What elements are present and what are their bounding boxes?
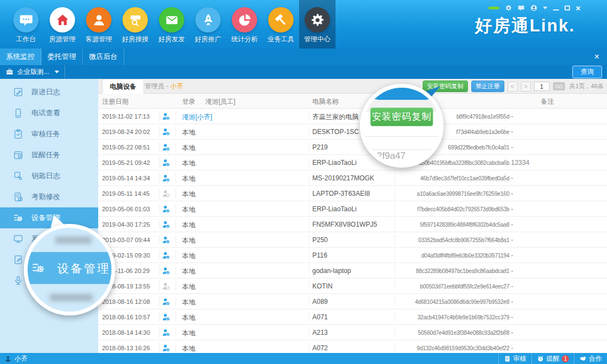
table-row[interactable]: 2019-05-21 09:42本地ERP-LiaoTaoLia50b40195… bbox=[98, 155, 607, 170]
settings-icon[interactable] bbox=[505, 4, 512, 12]
table-row[interactable]: 2019-03-07 09:44本地P25003352bad54cfc8b906… bbox=[98, 232, 607, 248]
sidebar-item-提醒任务[interactable]: 提醒任务 bbox=[0, 144, 98, 165]
tab-computer-devices[interactable]: 电脑设备 bbox=[102, 79, 144, 94]
forbid-register-button[interactable]: 禁止注册 bbox=[471, 81, 504, 92]
page-summary: 共1页，46条 bbox=[569, 82, 604, 90]
cell-computer-name: A071 bbox=[312, 313, 328, 321]
cell-roam: 本地 bbox=[182, 344, 195, 353]
column-separator bbox=[505, 297, 505, 306]
table-row[interactable]: 2018-08-16 12:08本地A0894d68104215a0086d6d… bbox=[98, 294, 607, 309]
nav-item-好房推广[interactable]: 好房推广 bbox=[190, 0, 226, 49]
module-tab-系统监控[interactable]: 系统监控 bbox=[0, 49, 41, 65]
col-remark: 备注 bbox=[541, 97, 554, 106]
column-separator bbox=[505, 250, 505, 260]
table-row[interactable]: 2019-11-02 17:13漫游[小齐]齐蕊兰家的电脑b8f9c47918e… bbox=[98, 109, 607, 124]
column-separator bbox=[159, 343, 159, 352]
sidebar-item-跟进日志[interactable]: 跟进日志 bbox=[0, 82, 98, 103]
org-bar: 企业版测... 查询 bbox=[0, 65, 607, 79]
user-icon bbox=[4, 355, 12, 362]
key-icon bbox=[13, 170, 24, 181]
table-row[interactable]: 2019-05-06 01:03本地ERP-LiaoTaoLif7bdecc40… bbox=[98, 201, 607, 217]
module-tab-微店后台[interactable]: 微店后台 bbox=[83, 49, 124, 65]
login-ok-icon bbox=[162, 251, 171, 261]
table-row[interactable]: 2018-08-13 16:26本地A0729d132c46d98159d953… bbox=[98, 340, 607, 353]
avatar-icon[interactable] bbox=[530, 4, 537, 12]
column-separator bbox=[395, 343, 395, 352]
page-input[interactable] bbox=[534, 82, 550, 91]
sidebar-item-电话查看[interactable]: 电话查看 bbox=[0, 103, 98, 124]
status-indicator-icon[interactable] bbox=[488, 7, 499, 9]
toolbar-magnifier: 安装密码复制 2f9a47 bbox=[360, 84, 444, 168]
nav-item-客源管理[interactable]: 客源管理 bbox=[81, 0, 117, 49]
sidebar-item-label: 提醒任务 bbox=[31, 150, 60, 160]
nav-item-好房搜搜[interactable]: 好房搜搜 bbox=[117, 0, 153, 49]
sidebar-item-设备管理[interactable]: 设备管理 bbox=[0, 207, 98, 228]
nav-item-工作台[interactable]: 工作台 bbox=[8, 0, 44, 49]
statusbar-item-审核[interactable]: 审核 bbox=[498, 353, 531, 364]
column-separator bbox=[395, 266, 395, 275]
column-separator bbox=[159, 173, 159, 183]
org-dropdown[interactable]: 企业版测... bbox=[0, 65, 65, 79]
table-row[interactable]: 2019-04-30 17:25本地FN5MFX8V8O1WPJ55f59714… bbox=[98, 217, 607, 232]
cell-machine-code: b00503d71eebbfdf55fc2e9e614eec27 bbox=[399, 283, 509, 290]
table-row[interactable]: 2018-08-14 14:30本地A21350560d7e4d91e3f384… bbox=[98, 325, 607, 340]
nav-item-业务工具[interactable]: 业务工具 bbox=[263, 0, 299, 49]
cell-roam: 本地 bbox=[182, 329, 195, 338]
device-gear-icon bbox=[13, 212, 24, 223]
reminder-clock-icon bbox=[537, 355, 544, 362]
device-gear-icon bbox=[31, 260, 46, 275]
module-tab-委托管理[interactable]: 委托管理 bbox=[41, 49, 83, 65]
login-ok-icon bbox=[162, 158, 171, 169]
cell-computer-name: KOTIN bbox=[312, 282, 333, 290]
admin-info: 管理员 -小齐 bbox=[145, 79, 183, 94]
table-row[interactable]: 2019-08-24 20:02本地DESKTOP-1SCf73d4f4ab9e… bbox=[98, 124, 607, 140]
table-row[interactable]: 2019-02-15 09:30本地P116d04af3dff4fb89eb3b… bbox=[98, 248, 607, 263]
cell-remark: - bbox=[511, 298, 513, 306]
statusbar-item-提醒[interactable]: 提醒1 bbox=[531, 353, 574, 364]
nav-item-房源管理[interactable]: 房源管理 bbox=[44, 0, 81, 49]
table-row[interactable]: 2019-05-11 14:45本地LAPTOP-3T63AEI8a10a6ac… bbox=[98, 186, 607, 201]
close-button[interactable]: × bbox=[576, 4, 581, 12]
login-ok-icon bbox=[162, 313, 171, 323]
cell-remark: - bbox=[511, 344, 513, 352]
sidebar-item-考勤修改[interactable]: 考勤修改 bbox=[0, 186, 98, 207]
maximize-button[interactable] bbox=[565, 6, 570, 10]
sidebar-magnifier: 设备管理 bbox=[24, 224, 115, 315]
column-separator bbox=[175, 312, 176, 322]
cell-machine-code: 03352bad54cfc8b9067255b7f664b8a1 bbox=[399, 237, 509, 243]
nav-item-管理中心[interactable]: 管理中心 bbox=[299, 0, 336, 49]
cell-roam[interactable]: 漫游[小齐] bbox=[182, 113, 212, 122]
table-row[interactable]: 2019-05-14 14:34本地MS-20190217MOGK46b7d9e… bbox=[98, 170, 607, 186]
column-separator bbox=[505, 343, 505, 352]
close-module-icon[interactable]: × bbox=[592, 49, 601, 65]
cell-computer-name: A213 bbox=[312, 329, 328, 336]
cell-machine-code: d04af3dff4fb89eb3b0e3320b3571194 bbox=[399, 253, 509, 259]
chevron-down-icon[interactable] bbox=[543, 7, 547, 9]
statusbar-item-合作[interactable]: 合作 bbox=[574, 353, 607, 364]
cell-remark: - bbox=[511, 236, 513, 244]
nav-item-label: 好房搜搜 bbox=[117, 35, 153, 44]
query-button[interactable]: 查询 bbox=[572, 66, 602, 78]
prev-page-button[interactable]: < bbox=[508, 82, 518, 92]
go-button[interactable]: GO bbox=[553, 82, 565, 90]
phone-icon bbox=[13, 108, 24, 119]
column-separator bbox=[309, 328, 310, 337]
message-icon[interactable] bbox=[518, 4, 525, 12]
nav-item-好房发发[interactable]: 好房发发 bbox=[153, 0, 190, 49]
monitor-icon bbox=[13, 233, 24, 244]
nav-item-label: 管理中心 bbox=[299, 35, 336, 44]
sidebar-item-审核任务[interactable]: 审核任务 bbox=[0, 124, 98, 144]
cell-machine-code: 4d68104215a0086d6dc99e997b9532e8 bbox=[399, 299, 509, 305]
minimize-button[interactable] bbox=[553, 9, 559, 10]
table-row[interactable]: 2018-08-16 10:57本地A07132acb41947c4b5fe9e… bbox=[98, 309, 607, 325]
current-user[interactable]: 小齐 bbox=[0, 354, 28, 363]
sidebar-item-钥匙日志[interactable]: 钥匙日志 bbox=[0, 165, 98, 186]
table-row[interactable]: 2018-11-06 20:29本地godan-laptop88c32289b0… bbox=[98, 263, 607, 279]
column-separator bbox=[505, 312, 505, 322]
next-page-button[interactable]: > bbox=[521, 82, 531, 92]
nav-item-统计分析[interactable]: 统计分析 bbox=[226, 0, 263, 49]
table-row[interactable]: 2019-05-22 08:51本地P219699d22f8edbeb7fc0c… bbox=[98, 140, 607, 155]
table-row[interactable]: 2018-08-19 13:55本地KOTINb00503d71eebbfdf5… bbox=[98, 279, 607, 294]
column-separator bbox=[309, 250, 310, 260]
app-header: 工作台房源管理客源管理好房搜搜好房发发好房推广统计分析业务工具管理中心 × 好房… bbox=[0, 0, 607, 49]
